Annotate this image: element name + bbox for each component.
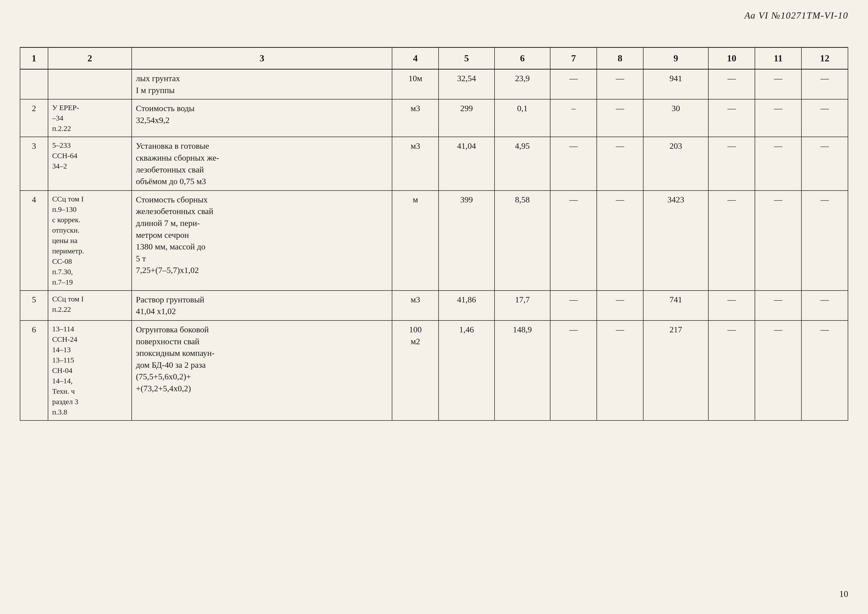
col-header-4: 4 <box>392 48 439 69</box>
col-header-6: 6 <box>494 48 550 69</box>
cell-r0-c5: 23,9 <box>494 69 550 99</box>
col-header-10: 10 <box>708 48 755 69</box>
cell-r5-c0: 6 <box>20 321 48 420</box>
page-number: 10 <box>839 589 848 599</box>
cell-r4-c1: ССц том Iп.2.22 <box>48 290 132 321</box>
col-header-9: 9 <box>643 48 708 69</box>
cell-r1-c1: У ЕРЕР-–34п.2.22 <box>48 99 132 137</box>
cell-r2-c11: — <box>801 137 848 190</box>
cell-r4-c0: 5 <box>20 290 48 321</box>
cell-r5-c6: — <box>550 321 597 420</box>
cell-r5-c11: — <box>801 321 848 420</box>
cell-r3-c4: 399 <box>439 191 494 290</box>
cell-r2-c0: 3 <box>20 137 48 190</box>
cell-r3-c11: — <box>801 191 848 290</box>
cell-r2-c1: 5–233ССН-6434–2 <box>48 137 132 190</box>
cell-r0-c2: лых грунтахI м группы <box>132 69 392 99</box>
table-row: 5ССц том Iп.2.22Раствор грунтовый41,04 х… <box>20 290 848 321</box>
cell-r1-c7: — <box>597 99 643 137</box>
cell-r5-c2: Огрунтовка боковойповерхности свайэпокси… <box>132 321 392 420</box>
cell-r4-c11: — <box>801 290 848 321</box>
cell-r2-c6: — <box>550 137 597 190</box>
cell-r2-c10: — <box>755 137 801 190</box>
cell-r1-c10: — <box>755 99 801 137</box>
cell-r1-c0: 2 <box>20 99 48 137</box>
cell-r0-c0 <box>20 69 48 99</box>
cell-r1-c9: — <box>708 99 755 137</box>
table-row: 4ССц том Iп.9–130с коррек.отпускн.цены н… <box>20 191 848 290</box>
cell-r2-c5: 4,95 <box>494 137 550 190</box>
col-header-7: 7 <box>550 48 597 69</box>
cell-r5-c9: — <box>708 321 755 420</box>
cell-r1-c8: 30 <box>643 99 708 137</box>
cell-r3-c7: — <box>597 191 643 290</box>
table-row: 613–114ССН-2414–1313–115СН-0414–14,Техн.… <box>20 321 848 420</box>
cell-r5-c5: 148,9 <box>494 321 550 420</box>
table-header-row: 1 2 3 4 5 6 7 8 9 10 11 12 <box>20 48 848 69</box>
col-header-3: 3 <box>132 48 392 69</box>
cell-r4-c8: 741 <box>643 290 708 321</box>
cell-r1-c6: – <box>550 99 597 137</box>
cell-r0-c11: — <box>801 69 848 99</box>
cell-r3-c3: м <box>392 191 439 290</box>
cell-r1-c11: — <box>801 99 848 137</box>
document-title: Аа VI №10271ТМ-VI-10 <box>744 10 848 21</box>
cell-r5-c3: 100м2 <box>392 321 439 420</box>
cell-r0-c4: 32,54 <box>439 69 494 99</box>
cell-r5-c1: 13–114ССН-2414–1313–115СН-0414–14,Техн. … <box>48 321 132 420</box>
cell-r1-c4: 299 <box>439 99 494 137</box>
cell-r3-c8: 3423 <box>643 191 708 290</box>
col-header-12: 12 <box>801 48 848 69</box>
cell-r1-c5: 0,1 <box>494 99 550 137</box>
main-table-wrapper: 1 2 3 4 5 6 7 8 9 10 11 12 лых грунтахI … <box>20 47 848 421</box>
main-table: 1 2 3 4 5 6 7 8 9 10 11 12 лых грунтахI … <box>20 47 848 421</box>
cell-r4-c4: 41,86 <box>439 290 494 321</box>
cell-r4-c7: — <box>597 290 643 321</box>
cell-r4-c9: — <box>708 290 755 321</box>
cell-r0-c7: — <box>597 69 643 99</box>
page: Аа VI №10271ТМ-VI-10 1 2 3 4 5 6 7 8 9 1… <box>0 0 868 614</box>
cell-r0-c8: 941 <box>643 69 708 99</box>
cell-r3-c5: 8,58 <box>494 191 550 290</box>
cell-r5-c8: 217 <box>643 321 708 420</box>
cell-r2-c3: м3 <box>392 137 439 190</box>
cell-r0-c6: — <box>550 69 597 99</box>
cell-r2-c7: — <box>597 137 643 190</box>
cell-r2-c4: 41,04 <box>439 137 494 190</box>
table-row: 2У ЕРЕР-–34п.2.22Стоимость воды32,54х9,2… <box>20 99 848 137</box>
col-header-5: 5 <box>439 48 494 69</box>
col-header-8: 8 <box>597 48 643 69</box>
table-row: лых грунтахI м группы10м32,5423,9——941——… <box>20 69 848 99</box>
cell-r4-c10: — <box>755 290 801 321</box>
cell-r2-c9: — <box>708 137 755 190</box>
cell-r3-c0: 4 <box>20 191 48 290</box>
cell-r5-c10: — <box>755 321 801 420</box>
cell-r4-c5: 17,7 <box>494 290 550 321</box>
col-header-1: 1 <box>20 48 48 69</box>
cell-r3-c2: Стоимость сборныхжелезобетонных свайдлин… <box>132 191 392 290</box>
cell-r2-c8: 203 <box>643 137 708 190</box>
cell-r0-c3: 10м <box>392 69 439 99</box>
table-row: 35–233ССН-6434–2Установка в готовыескваж… <box>20 137 848 190</box>
cell-r4-c3: м3 <box>392 290 439 321</box>
cell-r1-c3: м3 <box>392 99 439 137</box>
cell-r4-c2: Раствор грунтовый41,04 х1,02 <box>132 290 392 321</box>
cell-r2-c2: Установка в готовыескважины сборных же-л… <box>132 137 392 190</box>
col-header-11: 11 <box>755 48 801 69</box>
col-header-2: 2 <box>48 48 132 69</box>
cell-r3-c1: ССц том Iп.9–130с коррек.отпускн.цены на… <box>48 191 132 290</box>
cell-r0-c1 <box>48 69 132 99</box>
cell-r5-c7: — <box>597 321 643 420</box>
cell-r5-c4: 1,46 <box>439 321 494 420</box>
cell-r0-c9: — <box>708 69 755 99</box>
cell-r3-c6: — <box>550 191 597 290</box>
cell-r4-c6: — <box>550 290 597 321</box>
cell-r3-c10: — <box>755 191 801 290</box>
cell-r0-c10: — <box>755 69 801 99</box>
cell-r1-c2: Стоимость воды32,54х9,2 <box>132 99 392 137</box>
cell-r3-c9: — <box>708 191 755 290</box>
